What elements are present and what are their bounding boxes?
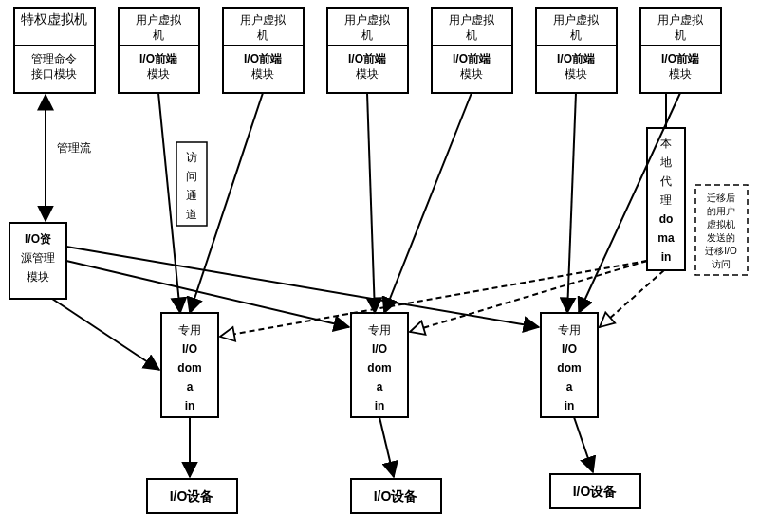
svg-text:用户虚拟: 用户虚拟 <box>344 13 391 27</box>
svg-text:I/O: I/O <box>562 342 577 356</box>
svg-text:I/O前端: I/O前端 <box>244 52 282 65</box>
svg-text:a: a <box>566 380 573 394</box>
svg-text:模块: 模块 <box>27 270 49 284</box>
svg-text:用户虚拟: 用户虚拟 <box>449 13 495 27</box>
svg-text:发送的: 发送的 <box>707 232 735 243</box>
io-device-3: I/O设备 <box>550 474 640 508</box>
svg-text:访: 访 <box>186 151 197 164</box>
svg-text:模块: 模块 <box>460 67 483 81</box>
vm-user-6: 用户虚拟 机 I/O前端 模块 <box>640 8 721 93</box>
svg-text:I/O前端: I/O前端 <box>661 52 699 65</box>
io-device-2: I/O设备 <box>351 479 441 513</box>
svg-text:I/O: I/O <box>182 342 197 356</box>
svg-text:in: in <box>565 399 575 413</box>
vm5-dom3 <box>567 93 576 313</box>
svg-text:I/O设备: I/O设备 <box>573 484 618 499</box>
mgmt-flow-label: 管理流 <box>57 141 91 155</box>
diagram-canvas: 特权虚拟机 管理命令 接口模块 用户虚拟 机 I/O前端 模块 用户虚拟 机 I… <box>0 0 759 532</box>
svg-text:的用户: 的用户 <box>707 206 735 216</box>
resmgr-to-dom1 <box>52 299 159 370</box>
svg-text:in: in <box>661 250 672 264</box>
svg-text:I/O设备: I/O设备 <box>170 488 214 504</box>
svg-text:a: a <box>187 380 194 394</box>
svg-text:I/O前端: I/O前端 <box>453 52 491 65</box>
migration-note: 迁移后 的用户 虚拟机 发送的 迁移I/O 访问 <box>695 185 748 275</box>
svg-text:模块: 模块 <box>669 67 692 81</box>
vm-priv-title: 特权虚拟机 <box>21 11 87 27</box>
dom3-dev3 <box>574 417 593 472</box>
svg-text:I/O前端: I/O前端 <box>139 52 177 65</box>
svg-text:机: 机 <box>361 28 373 42</box>
vm4-dom2 <box>384 93 472 313</box>
svg-text:理: 理 <box>660 193 672 207</box>
svg-text:迁移I/O: 迁移I/O <box>705 246 737 256</box>
vm-privileged: 特权虚拟机 管理命令 接口模块 <box>14 8 95 93</box>
svg-text:dom: dom <box>557 361 581 375</box>
vm-user-2: 用户虚拟 机 I/O前端 模块 <box>223 8 304 93</box>
vm-user-1: 用户虚拟 机 I/O前端 模块 <box>119 8 199 93</box>
io-resource-manager: I/O资 源管理 模块 <box>9 223 66 299</box>
io-domain-2: 专用 I/O dom a in <box>351 313 408 417</box>
svg-text:do: do <box>659 212 674 226</box>
svg-text:机: 机 <box>466 28 477 42</box>
svg-text:机: 机 <box>257 28 268 42</box>
svg-text:本: 本 <box>660 137 672 150</box>
svg-text:机: 机 <box>570 28 582 42</box>
vm-priv-sub1: 管理命令 <box>31 52 77 65</box>
svg-text:专用: 专用 <box>178 323 201 337</box>
svg-text:用户虚拟: 用户虚拟 <box>657 13 704 27</box>
svg-text:道: 道 <box>186 208 197 221</box>
svg-text:模块: 模块 <box>147 67 170 81</box>
svg-text:in: in <box>375 399 385 413</box>
svg-text:a: a <box>377 380 383 394</box>
svg-text:I/O前端: I/O前端 <box>348 52 386 65</box>
svg-text:机: 机 <box>675 28 686 42</box>
io-device-1: I/O设备 <box>147 479 237 513</box>
svg-text:迁移后: 迁移后 <box>707 193 735 203</box>
io-domain-3: 专用 I/O dom a in <box>541 313 598 417</box>
local-proxy-domain: 本 地 代 理 do ma in <box>647 128 685 270</box>
svg-text:通: 通 <box>186 189 197 202</box>
access-channel-label: 访 问 通 道 <box>176 142 207 226</box>
vm-user-5: 用户虚拟 机 I/O前端 模块 <box>536 8 617 93</box>
proxy-dom3 <box>600 270 664 327</box>
svg-text:虚拟机: 虚拟机 <box>707 219 735 229</box>
svg-text:用户虚拟: 用户虚拟 <box>136 13 182 27</box>
svg-text:I/O前端: I/O前端 <box>557 52 595 65</box>
svg-text:dom: dom <box>367 361 391 375</box>
svg-text:源管理: 源管理 <box>21 251 55 265</box>
io-domain-1: 专用 I/O dom a in <box>161 313 218 417</box>
svg-text:I/O: I/O <box>372 342 387 356</box>
svg-text:ma: ma <box>657 231 675 245</box>
svg-text:问: 问 <box>186 170 197 183</box>
svg-text:模块: 模块 <box>565 67 587 81</box>
resmgr-to-dom3 <box>66 247 539 327</box>
svg-text:用户虚拟: 用户虚拟 <box>553 13 600 27</box>
svg-text:机: 机 <box>153 28 164 42</box>
svg-text:模块: 模块 <box>356 67 379 81</box>
svg-text:in: in <box>185 399 195 413</box>
svg-text:专用: 专用 <box>368 323 391 337</box>
vm-user-3: 用户虚拟 机 I/O前端 模块 <box>327 8 408 93</box>
vm-priv-sub2: 接口模块 <box>31 67 77 81</box>
svg-text:访问: 访问 <box>712 259 731 269</box>
vm3-dom2 <box>367 93 375 313</box>
svg-text:专用: 专用 <box>558 323 581 337</box>
dom2-dev2 <box>380 417 394 477</box>
svg-text:地: 地 <box>659 156 672 169</box>
svg-text:I/O设备: I/O设备 <box>374 488 418 504</box>
vm-user-4: 用户虚拟 机 I/O前端 模块 <box>432 8 512 93</box>
svg-text:dom: dom <box>177 361 201 375</box>
svg-text:I/O资: I/O资 <box>25 232 51 246</box>
svg-text:用户虚拟: 用户虚拟 <box>240 13 287 27</box>
svg-text:模块: 模块 <box>251 67 274 81</box>
svg-text:代: 代 <box>659 174 672 188</box>
